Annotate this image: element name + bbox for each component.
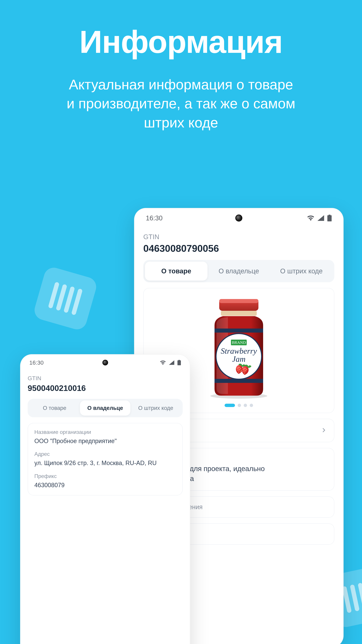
barcode-icon <box>48 282 83 316</box>
gtin-label: GTIN <box>28 375 183 382</box>
battery-icon <box>327 215 332 221</box>
wifi-icon <box>160 360 166 365</box>
address-value: ул. Щипок 9/26 стр. 3, г. Москва, RU-AD,… <box>34 459 176 467</box>
camera-notch-icon <box>235 214 242 222</box>
page-subtitle: Актуальная информация о товаре и произво… <box>0 75 362 132</box>
bg-decor-tile <box>32 265 98 332</box>
tab-about-barcode[interactable]: О штрих коде <box>270 262 333 280</box>
signal-icon <box>318 215 324 221</box>
svg-point-21 <box>246 369 247 370</box>
signal-icon <box>169 360 174 365</box>
org-name-label: Название организации <box>34 429 176 435</box>
tabs: О товаре О владельце О штрих коде <box>143 260 334 282</box>
svg-point-22 <box>244 371 244 372</box>
gtin-label: GTIN <box>143 233 334 241</box>
svg-text:Jam: Jam <box>232 354 246 364</box>
tab-about-barcode[interactable]: О штрих коде <box>130 400 181 416</box>
phone-mockup-front: 16:30 GTIN 9500400210016 О товаре О влад… <box>20 354 190 644</box>
prefix-value: 463008079 <box>34 481 176 489</box>
address-label: Адрес <box>34 451 176 457</box>
svg-point-11 <box>237 368 238 368</box>
wifi-icon <box>307 215 314 221</box>
svg-point-16 <box>241 370 242 371</box>
chevron-right-icon <box>321 427 327 434</box>
svg-point-23 <box>245 370 246 371</box>
pager-dot[interactable] <box>244 404 247 407</box>
svg-point-24 <box>244 373 245 374</box>
status-bar: 16:30 <box>20 354 190 371</box>
image-pager-dots[interactable] <box>225 404 253 407</box>
status-time: 16:30 <box>29 360 43 366</box>
status-time: 16:30 <box>146 214 163 222</box>
svg-point-14 <box>238 370 238 370</box>
status-icons <box>160 360 181 365</box>
pager-dot[interactable] <box>238 404 241 407</box>
pager-dot[interactable] <box>250 404 253 407</box>
tab-about-product[interactable]: О товаре <box>145 262 207 280</box>
svg-point-19 <box>243 369 244 370</box>
gtin-value: 9500400210016 <box>28 384 183 393</box>
svg-point-12 <box>239 367 239 368</box>
svg-point-17 <box>238 372 239 372</box>
tab-about-owner[interactable]: О владельце <box>80 400 131 416</box>
svg-rect-2 <box>219 299 258 303</box>
svg-text:BRAND: BRAND <box>232 340 246 345</box>
barcode-icon <box>342 581 362 613</box>
svg-point-15 <box>239 370 240 370</box>
svg-rect-3 <box>221 311 257 316</box>
tabs: О товаре О владельце О штрих коде <box>28 399 183 417</box>
prefix-label: Префикс <box>34 473 176 479</box>
tab-about-product[interactable]: О товаре <box>29 400 80 416</box>
svg-rect-4 <box>215 328 263 332</box>
camera-notch-icon <box>102 360 108 366</box>
org-name-value: ООО "Пробное предприятие" <box>34 437 176 445</box>
battery-icon <box>177 360 181 365</box>
svg-point-18 <box>240 372 241 372</box>
status-icons <box>307 215 332 221</box>
tab-about-owner[interactable]: О владельце <box>207 262 270 280</box>
page-title: Информация <box>0 24 362 60</box>
gtin-value: 04630080790056 <box>143 243 334 254</box>
status-bar: 16:30 <box>134 208 344 228</box>
pager-dot-active[interactable] <box>225 404 235 407</box>
hero-section: Информация Актуальная информация о товар… <box>0 0 362 132</box>
svg-text:Strawberry: Strawberry <box>221 346 257 355</box>
svg-point-13 <box>240 368 241 369</box>
owner-info-card: Название организации ООО "Пробное предпр… <box>28 423 183 496</box>
svg-point-20 <box>245 368 245 369</box>
